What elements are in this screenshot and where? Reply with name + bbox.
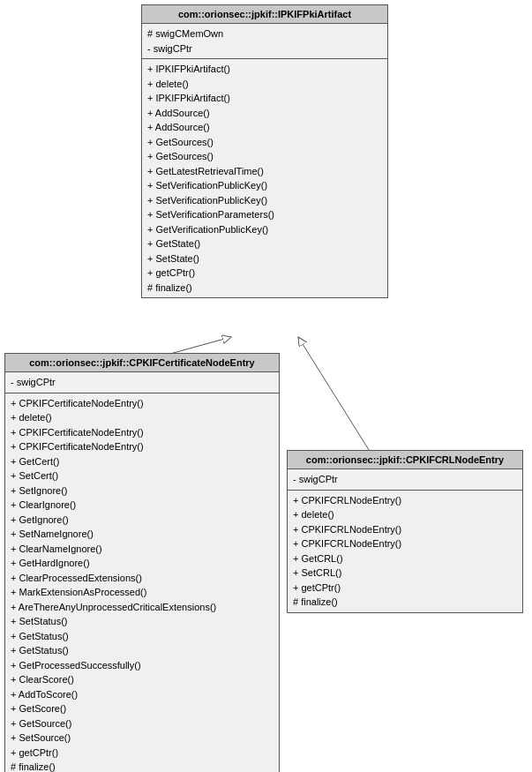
crlnode-methods: + CPKIFCRLNodeEntry() + delete() + CPKIF… <box>288 491 522 612</box>
certnode-m3: + CPKIFCertificateNodeEntry() <box>11 439 273 454</box>
crlnode-m0: + CPKIFCRLNodeEntry() <box>293 493 517 508</box>
certnode-m4: + GetCert() <box>11 454 273 469</box>
ipkif-m5: + GetSources() <box>147 135 382 150</box>
certnode-m13: + MarkExtensionAsProcessed() <box>11 585 273 600</box>
svg-line-1 <box>298 337 371 453</box>
certnode-m24: + getCPtr() <box>11 746 273 761</box>
crlnode-m7: # finalize() <box>293 595 517 610</box>
ipkif-m2: + IPKIFPkiArtifact() <box>147 91 382 106</box>
ipkif-m9: + SetVerificationPublicKey() <box>147 193 382 208</box>
certnode-m14: + AreThereAnyUnprocessedCriticalExtensio… <box>11 600 273 615</box>
ipkif-m6: + GetSources() <box>147 149 382 164</box>
ipkif-m10: + SetVerificationParameters() <box>147 207 382 222</box>
diagram-container: com::orionsec::jpkif::IPKIFPkiArtifact #… <box>0 0 532 772</box>
ipkif-m14: + getCPtr() <box>147 266 382 281</box>
certnode-m0: + CPKIFCertificateNodeEntry() <box>11 396 273 411</box>
crlnode-m5: + SetCRL() <box>293 566 517 581</box>
ipkif-attr-1: # swigCMemOwn <box>147 26 382 41</box>
certnode-m7: + ClearIgnore() <box>11 498 273 513</box>
ipkif-m4: + AddSource() <box>147 120 382 135</box>
crlnode-m1: + delete() <box>293 507 517 522</box>
certnode-m19: + ClearScore() <box>11 672 273 687</box>
ipkif-attributes: # swigCMemOwn - swigCPtr <box>142 24 387 59</box>
ipkif-m1: + delete() <box>147 77 382 92</box>
certnode-m16: + GetStatus() <box>11 629 273 644</box>
ipkif-methods: + IPKIFPkiArtifact() + delete() + IPKIFP… <box>142 59 387 297</box>
certnode-title: com::orionsec::jpkif::CPKIFCertificateNo… <box>5 354 279 372</box>
ipkif-attr-2: - swigCPtr <box>147 41 382 56</box>
crlnode-attr-1: - swigCPtr <box>293 472 517 487</box>
certnode-m1: + delete() <box>11 410 273 425</box>
crlnode-m4: + GetCRL() <box>293 551 517 566</box>
ipkif-title: com::orionsec::jpkif::IPKIFPkiArtifact <box>142 5 387 24</box>
certnode-m6: + SetIgnore() <box>11 483 273 498</box>
ipkif-m13: + SetState() <box>147 251 382 266</box>
certnode-m22: + GetSource() <box>11 716 273 731</box>
certnode-m5: + SetCert() <box>11 468 273 483</box>
ipkif-m8: + SetVerificationPublicKey() <box>147 178 382 193</box>
certnode-m21: + GetScore() <box>11 701 273 716</box>
certnode-m20: + AddToScore() <box>11 687 273 702</box>
certnode-m10: + ClearNameIgnore() <box>11 542 273 557</box>
certnode-m18: + GetProcessedSuccessfully() <box>11 658 273 673</box>
crlnode-title: com::orionsec::jpkif::CPKIFCRLNodeEntry <box>288 451 522 469</box>
certnode-m25: # finalize() <box>11 760 273 772</box>
certnode-m23: + SetSource() <box>11 731 273 746</box>
crlnode-m2: + CPKIFCRLNodeEntry() <box>293 522 517 537</box>
ipkif-m7: + GetLatestRetrievalTime() <box>147 164 382 179</box>
certnode-box: com::orionsec::jpkif::CPKIFCertificateNo… <box>4 353 280 772</box>
certnode-m2: + CPKIFCertificateNodeEntry() <box>11 425 273 440</box>
ipkif-box: com::orionsec::jpkif::IPKIFPkiArtifact #… <box>141 4 388 298</box>
certnode-m17: + GetStatus() <box>11 643 273 658</box>
ipkif-m0: + IPKIFPkiArtifact() <box>147 62 382 77</box>
ipkif-m15: # finalize() <box>147 281 382 296</box>
certnode-m11: + GetHardIgnore() <box>11 556 273 571</box>
crlnode-box: com::orionsec::jpkif::CPKIFCRLNodeEntry … <box>287 450 523 613</box>
certnode-m15: + SetStatus() <box>11 614 273 629</box>
ipkif-m11: + GetVerificationPublicKey() <box>147 222 382 237</box>
certnode-m12: + ClearProcessedExtensions() <box>11 571 273 586</box>
ipkif-m12: + GetState() <box>147 236 382 251</box>
ipkif-m3: + AddSource() <box>147 106 382 121</box>
certnode-attributes: - swigCPtr <box>5 372 279 393</box>
certnode-m9: + SetNameIgnore() <box>11 527 273 542</box>
certnode-attr-1: - swigCPtr <box>11 375 273 390</box>
crlnode-m3: + CPKIFCRLNodeEntry() <box>293 536 517 551</box>
certnode-m8: + GetIgnore() <box>11 513 273 528</box>
crlnode-m6: + getCPtr() <box>293 581 517 596</box>
crlnode-attributes: - swigCPtr <box>288 469 522 491</box>
certnode-methods: + CPKIFCertificateNodeEntry() + delete()… <box>5 393 279 773</box>
